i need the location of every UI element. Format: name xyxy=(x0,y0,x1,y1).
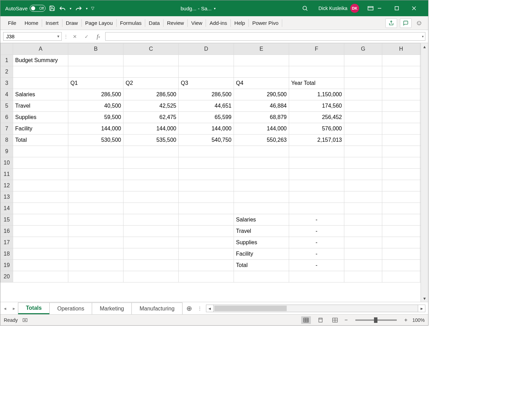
row-header-12[interactable]: 12 xyxy=(1,180,13,191)
cell-E15[interactable]: Salaries xyxy=(234,214,289,226)
cell-G16[interactable] xyxy=(344,226,382,237)
cell-A11[interactable] xyxy=(13,169,68,180)
zoom-slider-thumb[interactable] xyxy=(374,317,377,323)
share-button[interactable] xyxy=(385,18,397,28)
new-sheet-button[interactable]: ⊕ xyxy=(183,302,196,314)
column-header-H[interactable]: H xyxy=(382,43,420,55)
row-header-16[interactable]: 16 xyxy=(1,226,13,237)
cell-D5[interactable]: 44,651 xyxy=(179,100,234,112)
cell-H12[interactable] xyxy=(382,180,420,191)
row-header-4[interactable]: 4 xyxy=(1,89,13,100)
hscroll-left-icon[interactable]: ◂ xyxy=(206,305,214,312)
cell-D16[interactable] xyxy=(179,226,234,237)
page-break-view-button[interactable] xyxy=(330,316,340,324)
cell-E2[interactable] xyxy=(234,66,289,78)
cell-B5[interactable]: 40,500 xyxy=(68,100,124,112)
row-header-18[interactable]: 18 xyxy=(1,248,13,260)
cell-G7[interactable] xyxy=(344,123,382,135)
cell-E9[interactable] xyxy=(234,146,289,157)
row-header-17[interactable]: 17 xyxy=(1,237,13,248)
cell-G8[interactable] xyxy=(344,135,382,146)
column-header-A[interactable]: A xyxy=(13,43,68,55)
cell-A2[interactable] xyxy=(13,66,68,78)
vertical-scrollbar[interactable]: ▴ ▾ xyxy=(421,43,428,302)
sheet-tab-operations[interactable]: Operations xyxy=(49,303,92,314)
cell-B12[interactable] xyxy=(68,180,124,191)
cell-B6[interactable]: 59,500 xyxy=(68,112,124,123)
cell-C11[interactable] xyxy=(124,169,179,180)
row-header-19[interactable]: 19 xyxy=(1,260,13,271)
sheet-tab-marketing[interactable]: Marketing xyxy=(92,303,132,314)
cell-B14[interactable] xyxy=(68,203,124,214)
ribbon-tab-file[interactable]: File xyxy=(3,16,21,30)
cell-A4[interactable]: Salaries xyxy=(13,89,68,100)
cell-B17[interactable] xyxy=(68,237,124,248)
row-header-15[interactable]: 15 xyxy=(1,214,13,226)
cell-F10[interactable] xyxy=(289,157,344,169)
row-header-2[interactable]: 2 xyxy=(1,66,13,78)
title-dropdown-icon[interactable]: ▾ xyxy=(214,7,216,10)
ribbon-tab-insert[interactable]: Insert xyxy=(42,16,62,30)
redo-icon[interactable] xyxy=(75,5,82,11)
scroll-down-icon[interactable]: ▾ xyxy=(423,295,426,302)
cell-E17[interactable]: Supplies xyxy=(234,237,289,248)
cell-B13[interactable] xyxy=(68,191,124,203)
cell-H19[interactable] xyxy=(382,260,420,271)
cell-A18[interactable] xyxy=(13,248,68,260)
cell-D3[interactable]: Q3 xyxy=(179,78,234,89)
row-header-13[interactable]: 13 xyxy=(1,191,13,203)
cell-F4[interactable]: 1,150,000 xyxy=(289,89,344,100)
cell-D11[interactable] xyxy=(179,169,234,180)
cell-B4[interactable]: 286,500 xyxy=(68,89,124,100)
cell-A16[interactable] xyxy=(13,226,68,237)
row-header-7[interactable]: 7 xyxy=(1,123,13,135)
ribbon-tab-help[interactable]: Help xyxy=(231,16,248,30)
cell-A6[interactable]: Supplies xyxy=(13,112,68,123)
cell-E5[interactable]: 46,884 xyxy=(234,100,289,112)
formula-input[interactable]: ▾ xyxy=(105,32,425,41)
cell-B20[interactable] xyxy=(68,271,124,283)
ribbon-tab-draw[interactable]: Draw xyxy=(62,16,81,30)
cell-E12[interactable] xyxy=(234,180,289,191)
cell-E19[interactable]: Total xyxy=(234,260,289,271)
cell-B7[interactable]: 144,000 xyxy=(68,123,124,135)
formula-bar-expand-dots[interactable]: ⋮ xyxy=(64,32,68,41)
cell-F11[interactable] xyxy=(289,169,344,180)
cell-F13[interactable] xyxy=(289,191,344,203)
cell-E20[interactable] xyxy=(234,271,289,283)
cell-D4[interactable]: 286,500 xyxy=(179,89,234,100)
cell-A10[interactable] xyxy=(13,157,68,169)
autosave-switch[interactable]: Off xyxy=(30,5,46,12)
comments-button[interactable] xyxy=(400,18,412,28)
cell-F7[interactable]: 576,000 xyxy=(289,123,344,135)
cell-H15[interactable] xyxy=(382,214,420,226)
cell-B18[interactable] xyxy=(68,248,124,260)
cell-G17[interactable] xyxy=(344,237,382,248)
minimize-button[interactable] xyxy=(377,6,391,11)
select-all-corner[interactable] xyxy=(1,43,13,55)
ribbon-tab-formulas[interactable]: Formulas xyxy=(117,16,145,30)
cell-F2[interactable] xyxy=(289,66,344,78)
cell-B8[interactable]: 530,500 xyxy=(68,135,124,146)
hscroll-thumb[interactable] xyxy=(214,306,287,311)
sheet-tab-dots-icon[interactable]: ⋮ xyxy=(196,302,203,314)
cell-H17[interactable] xyxy=(382,237,420,248)
cell-F1[interactable] xyxy=(289,55,344,66)
cell-G15[interactable] xyxy=(344,214,382,226)
cell-E16[interactable]: Travel xyxy=(234,226,289,237)
column-header-D[interactable]: D xyxy=(179,43,234,55)
cell-A12[interactable] xyxy=(13,180,68,191)
cell-G5[interactable] xyxy=(344,100,382,112)
cell-B19[interactable] xyxy=(68,260,124,271)
row-header-11[interactable]: 11 xyxy=(1,169,13,180)
cell-C16[interactable] xyxy=(124,226,179,237)
cell-B16[interactable] xyxy=(68,226,124,237)
cell-F14[interactable] xyxy=(289,203,344,214)
autosave-toggle[interactable]: AutoSave Off xyxy=(5,5,46,12)
cell-H13[interactable] xyxy=(382,191,420,203)
cell-G19[interactable] xyxy=(344,260,382,271)
feedback-smiley-icon[interactable]: ☺ xyxy=(416,19,423,27)
cell-C7[interactable]: 144,000 xyxy=(124,123,179,135)
scroll-up-icon[interactable]: ▴ xyxy=(423,43,426,50)
horizontal-scrollbar[interactable]: ◂ ▸ xyxy=(203,302,428,314)
